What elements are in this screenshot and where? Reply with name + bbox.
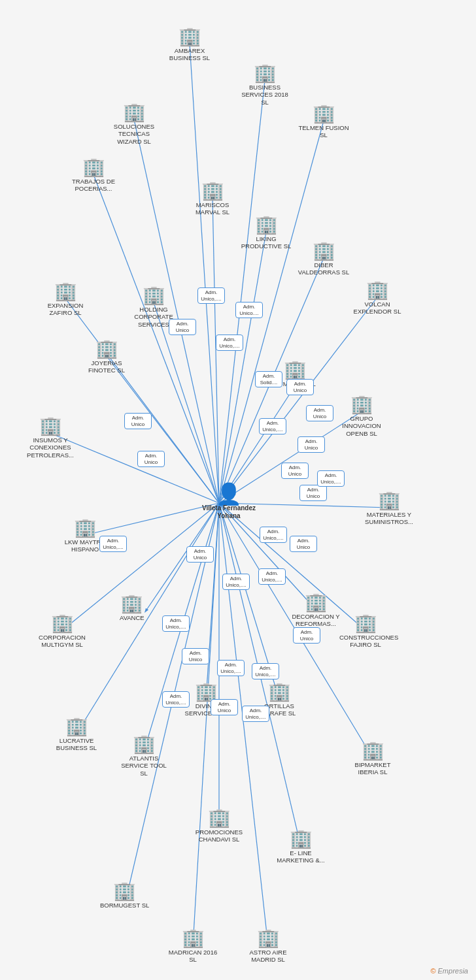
company-label: ATLANTIS SERVICE TOOL SL bbox=[118, 755, 170, 777]
company-label: AMBAREX BUSINESS SL bbox=[163, 47, 216, 62]
company-node-insumos[interactable]: 🏢 INSUMOS Y CONEXIONES PETROLERAS... bbox=[24, 417, 76, 459]
company-node-atlantis[interactable]: 🏢 ATLANTIS SERVICE TOOL SL bbox=[118, 735, 170, 777]
center-node[interactable]: 👤 Villeta Fernandez Yohana bbox=[196, 483, 262, 520]
company-node-decoracion[interactable]: 🏢 DECORACION Y REFORMAS... bbox=[290, 593, 342, 628]
role-badge-r10[interactable]: Adm.Unico bbox=[281, 463, 309, 479]
role-badge-r16[interactable]: Adm.Unico,.... bbox=[222, 574, 250, 590]
role-badge-r18[interactable]: Adm.Unico bbox=[293, 627, 320, 644]
building-icon: 🏢 bbox=[123, 103, 146, 122]
building-icon: 🏢 bbox=[113, 882, 136, 900]
role-badge-r7[interactable]: Adm.Unico bbox=[306, 405, 333, 421]
company-node-promociones[interactable]: 🏢 PROMOCIONES CHANDAVI SL bbox=[193, 809, 245, 843]
company-node-diber[interactable]: 🏢 DIBER VALDEORRAS SL bbox=[298, 242, 350, 276]
company-node-avance[interactable]: 🏢 AVANCE bbox=[120, 595, 144, 621]
role-badge-r6[interactable]: Adm.Unico bbox=[286, 379, 314, 395]
role-badge-r20[interactable]: Adm.Unico bbox=[182, 648, 209, 664]
company-node-soluciones[interactable]: 🏢 SOLUCIONES TECNICAS WIZARD SL bbox=[108, 103, 160, 145]
company-node-astro[interactable]: 🏢 ASTRO AIRE MADRID SL bbox=[242, 929, 294, 964]
role-badge-r11[interactable]: Adm.Unico bbox=[299, 485, 327, 501]
building-icon: 🏢 bbox=[255, 216, 278, 234]
company-label: CORPORACION MULTIGYM SL bbox=[36, 634, 88, 649]
person-icon: 👤 bbox=[216, 483, 242, 504]
company-label: INSUMOS Y CONEXIONES PETROLERAS... bbox=[24, 436, 76, 459]
role-badge-r9[interactable]: Adm.Unico bbox=[298, 436, 325, 453]
company-node-construcciones[interactable]: 🏢 CONSTRUCCIONES FAJIRO SL bbox=[339, 614, 392, 649]
company-node-joyerias[interactable]: 🏢 JOYERIAS FINOTEC SL bbox=[80, 340, 133, 374]
building-icon: 🏢 bbox=[82, 158, 105, 176]
role-badge-r5[interactable]: Adm.Solid.... bbox=[255, 371, 282, 387]
role-badge-r17[interactable]: Adm.Unico,.... bbox=[258, 568, 286, 585]
role-badge-r1[interactable]: Adm.Unico,.... bbox=[197, 287, 225, 304]
company-node-telmen[interactable]: 🏢 TELMEN FUSION SL bbox=[298, 105, 350, 139]
company-label: AVANCE bbox=[120, 614, 144, 621]
company-label: CONSTRUCCIONES FAJIRO SL bbox=[339, 634, 392, 649]
building-icon: 🏢 bbox=[257, 929, 280, 947]
role-badge-r26[interactable]: Adm.Unico bbox=[124, 413, 152, 429]
company-node-materiales[interactable]: 🏢 MATERIALES Y SUMINISTROS... bbox=[363, 491, 415, 526]
building-icon: 🏢 bbox=[133, 735, 156, 753]
company-label: TRABAJOS DE POCERIAS... bbox=[67, 178, 120, 193]
company-node-lucrative[interactable]: 🏢 LUCRATIVE BUSINESS SL bbox=[50, 717, 103, 752]
company-label: SOLUCIONES TECNICAS WIZARD SL bbox=[108, 123, 160, 145]
company-node-eline[interactable]: 🏢 E- LINE MARKETING &... bbox=[275, 830, 327, 864]
building-icon: 🏢 bbox=[313, 105, 335, 123]
building-icon: 🏢 bbox=[268, 683, 291, 701]
building-icon: 🏢 bbox=[95, 340, 118, 358]
building-icon: 🏢 bbox=[39, 417, 62, 435]
company-label: GRUPO INNOVACION OPENB SL bbox=[335, 415, 388, 437]
role-badge-r25[interactable]: Adm.Unico,.... bbox=[162, 691, 190, 708]
role-badge-r12[interactable]: Adm.Unico,.... bbox=[317, 470, 345, 487]
building-icon: 🏢 bbox=[354, 614, 377, 632]
company-node-corporacion[interactable]: 🏢 CORPORACION MULTIGYM SL bbox=[36, 614, 88, 649]
building-icon: 🏢 bbox=[290, 830, 313, 848]
company-label: TELMEN FUSION SL bbox=[298, 124, 350, 139]
role-badge-r28[interactable]: Adm.Unico,.... bbox=[99, 536, 127, 552]
role-badge-r14[interactable]: Adm.Unico bbox=[290, 536, 317, 552]
role-badge-r2[interactable]: Adm.Unico.... bbox=[235, 302, 263, 318]
company-node-bipmarket[interactable]: 🏢 BIPMARKET IBERIA SL bbox=[347, 742, 399, 776]
graph-container: © Empresia 👤 Villeta Fernandez Yohana 🏢 … bbox=[0, 0, 476, 980]
copyright: © Empresia bbox=[430, 967, 468, 975]
building-icon: 🏢 bbox=[201, 182, 224, 200]
company-label: MADRICAN 2016 SL bbox=[167, 949, 219, 964]
company-node-ambarex[interactable]: 🏢 AMBAREX BUSINESS SL bbox=[163, 27, 216, 62]
company-node-liking[interactable]: 🏢 LIKING PRODUCTIVE SL bbox=[240, 216, 292, 250]
company-label: DECORACION Y REFORMAS... bbox=[290, 613, 342, 628]
building-icon: 🏢 bbox=[178, 27, 201, 46]
building-icon: 🏢 bbox=[362, 742, 384, 760]
company-node-trabajos[interactable]: 🏢 TRABAJOS DE POCERIAS... bbox=[67, 158, 120, 193]
building-icon: 🏢 bbox=[74, 519, 97, 537]
svg-line-7 bbox=[219, 232, 266, 503]
role-badge-r8[interactable]: Adm.Unico,.... bbox=[259, 418, 286, 434]
company-label: LIKING PRODUCTIVE SL bbox=[240, 235, 292, 250]
company-node-bormugest[interactable]: 🏢 BORMUGEST SL bbox=[100, 882, 149, 909]
company-label: JOYERIAS FINOTEC SL bbox=[80, 359, 133, 374]
company-node-grupo[interactable]: 🏢 GRUPO INNOVACION OPENB SL bbox=[335, 395, 388, 437]
building-icon: 🏢 bbox=[254, 64, 277, 82]
role-badge-r4[interactable]: Adm.Unico,.... bbox=[216, 335, 243, 351]
role-badge-r13[interactable]: Adm.Unico,.... bbox=[260, 527, 287, 543]
role-badge-r23[interactable]: Adm.Unico bbox=[211, 699, 238, 715]
svg-line-30 bbox=[193, 503, 219, 945]
company-node-expansion[interactable]: 🏢 EXPANSION ZAFIRO SL bbox=[39, 282, 92, 317]
role-badge-r22[interactable]: Adm.Unico,.... bbox=[252, 663, 279, 679]
building-icon: 🏢 bbox=[54, 282, 77, 301]
company-node-mariscos[interactable]: 🏢 MARISCOS MARVAL SL bbox=[186, 182, 239, 216]
company-node-volcan[interactable]: 🏢 VOLCAN EXPLENDOR SL bbox=[351, 281, 403, 316]
role-badge-r19[interactable]: Adm.Unico,.... bbox=[162, 615, 190, 632]
company-node-business2018[interactable]: 🏢 BUSINESS SERVICES 2018 SL bbox=[239, 64, 291, 106]
company-label: LUCRATIVE BUSINESS SL bbox=[50, 737, 103, 752]
company-label: E- LINE MARKETING &... bbox=[275, 849, 327, 864]
company-label: BORMUGEST SL bbox=[100, 902, 149, 909]
building-icon: 🏢 bbox=[305, 593, 328, 612]
role-badge-r27[interactable]: Adm.Unico bbox=[137, 451, 165, 467]
role-badge-r24[interactable]: Adm.Unico,.... bbox=[242, 706, 269, 722]
company-label: MATERIALES Y SUMINISTROS... bbox=[363, 511, 415, 526]
role-badge-r15[interactable]: Adm.Unico bbox=[186, 546, 214, 563]
company-label: VOLCAN EXPLENDOR SL bbox=[351, 301, 403, 316]
building-icon: 🏢 bbox=[120, 595, 143, 613]
company-node-madrican[interactable]: 🏢 MADRICAN 2016 SL bbox=[167, 929, 219, 964]
role-badge-r21[interactable]: Adm.Unico,.... bbox=[217, 660, 245, 676]
building-icon: 🏢 bbox=[65, 717, 88, 736]
role-badge-r3[interactable]: Adm.Unico bbox=[169, 319, 196, 335]
